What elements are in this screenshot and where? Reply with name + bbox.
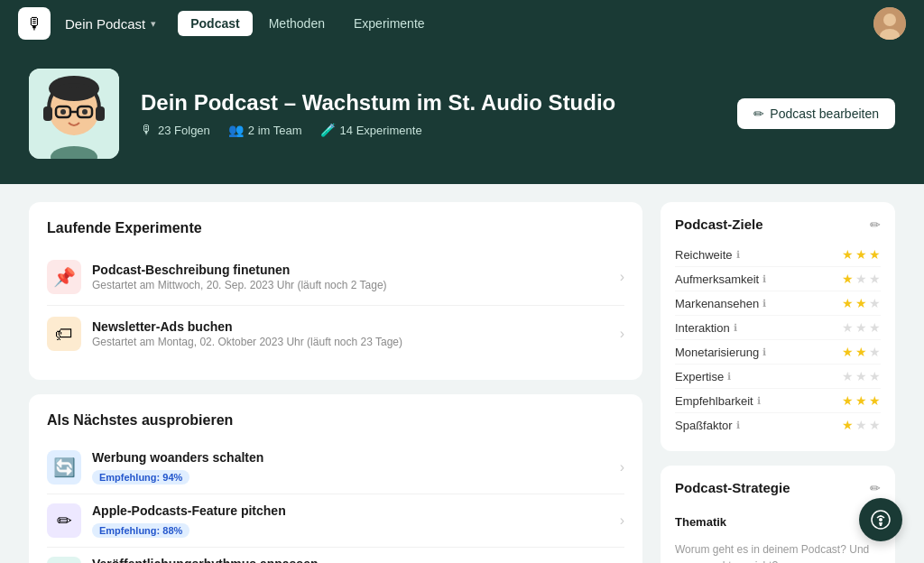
empty-star[interactable]: ★ xyxy=(869,296,881,310)
experiment-text-0: Podcast-Beschreibung finetunen Gestartet… xyxy=(92,263,609,291)
filled-star[interactable]: ★ xyxy=(869,393,881,408)
meta-team: 👥 2 im Team xyxy=(228,123,302,137)
filled-star[interactable]: ★ xyxy=(842,345,854,359)
goal-row: Aufmerksamkeit ℹ★★★ xyxy=(675,267,881,291)
experiment-icon-0: 📌 xyxy=(47,260,81,294)
next-text-2: Veröffentlichungsrhythmus anpassen Empfe… xyxy=(92,557,609,563)
next-text-1: Apple-Podcasts-Feature pitchen Empfehlun… xyxy=(92,503,609,538)
hero-section: Dein Podcast – Wachstum im St. Audio Stu… xyxy=(0,47,924,184)
empty-star[interactable]: ★ xyxy=(869,320,881,335)
goal-label: Reichweite ℹ xyxy=(675,248,740,262)
filled-star[interactable]: ★ xyxy=(869,247,881,262)
next-item-2[interactable]: 📅 Veröffentlichungsrhythmus anpassen Emp… xyxy=(47,548,624,563)
filled-star[interactable]: ★ xyxy=(842,272,854,286)
goal-label: Aufmerksamkeit ℹ xyxy=(675,272,766,286)
fab-button[interactable] xyxy=(859,498,902,541)
filled-star[interactable]: ★ xyxy=(855,296,867,310)
filled-star[interactable]: ★ xyxy=(855,345,867,359)
svg-point-16 xyxy=(879,518,882,521)
goal-info-icon: ℹ xyxy=(762,346,766,358)
goal-row: Monetarisierung ℹ★★★ xyxy=(675,340,881,365)
goal-info-icon: ℹ xyxy=(727,371,731,383)
goals-edit-icon[interactable]: ✏ xyxy=(870,217,881,232)
goal-label: Spaßfaktor ℹ xyxy=(675,419,740,432)
empty-star[interactable]: ★ xyxy=(855,320,867,335)
podcast-ziele-card: Podcast-Ziele ✏ Reichweite ℹ★★★Aufmerksa… xyxy=(661,202,895,451)
accordion-content: Worum geht es in deinem Podcast? Und wor… xyxy=(675,538,881,563)
filled-star[interactable]: ★ xyxy=(855,393,867,408)
badge-0: Empfehlung: 94% xyxy=(92,470,189,485)
goal-info-icon: ℹ xyxy=(734,322,737,334)
laufende-experimente-title: Laufende Experimente xyxy=(47,220,624,236)
next-item-1[interactable]: ✏ Apple-Podcasts-Feature pitchen Empfehl… xyxy=(47,494,624,548)
experiment-item-0[interactable]: 📌 Podcast-Beschreibung finetunen Gestart… xyxy=(47,249,624,306)
hero-meta: 🎙 23 Folgen 👥 2 im Team 🧪 14 Experimente xyxy=(141,123,716,137)
stars[interactable]: ★★★ xyxy=(842,345,881,359)
svg-point-10 xyxy=(82,109,88,115)
als-naechstes-title: Als Nächstes ausprobieren xyxy=(47,412,624,429)
filled-star[interactable]: ★ xyxy=(842,247,854,262)
next-text-0: Werbung woanders schalten Empfehlung: 94… xyxy=(92,450,609,485)
microphone-icon: 🎙 xyxy=(141,123,153,137)
filled-star[interactable]: ★ xyxy=(855,247,867,262)
laufende-experimente-card: Laufende Experimente 📌 Podcast-Beschreib… xyxy=(29,202,642,380)
team-icon: 👥 xyxy=(228,123,244,137)
header-nav: Podcast Methoden Experimente xyxy=(178,11,437,36)
filled-star[interactable]: ★ xyxy=(842,418,854,432)
empty-star[interactable]: ★ xyxy=(869,369,881,383)
header-podcast-name[interactable]: Dein Podcast ▾ xyxy=(65,16,156,32)
svg-point-1 xyxy=(883,14,896,26)
empty-star[interactable]: ★ xyxy=(869,272,881,286)
goal-label: Empfehlbarkeit ℹ xyxy=(675,394,761,408)
avatar[interactable] xyxy=(873,7,906,40)
filled-star[interactable]: ★ xyxy=(842,296,854,310)
meta-experimente: 🧪 14 Experimente xyxy=(320,123,422,137)
experiments-icon: 🧪 xyxy=(320,123,336,137)
goal-label: Markenansehen ℹ xyxy=(675,297,766,310)
stars[interactable]: ★★★ xyxy=(842,418,881,432)
nav-item-podcast[interactable]: Podcast xyxy=(178,11,252,36)
strategy-sections: Thematik∧Worum geht es in deinem Podcast… xyxy=(675,506,881,563)
goal-info-icon: ℹ xyxy=(736,420,740,431)
empty-star[interactable]: ★ xyxy=(855,369,867,383)
chevron-right-icon: › xyxy=(620,269,624,285)
edit-podcast-button[interactable]: ✏ Podcast bearbeiten xyxy=(737,98,895,129)
empty-star[interactable]: ★ xyxy=(869,345,881,359)
right-column: Podcast-Ziele ✏ Reichweite ℹ★★★Aufmerksa… xyxy=(661,202,895,563)
header-logo: 🎙 xyxy=(18,7,51,40)
hero-info: Dein Podcast – Wachstum im St. Audio Stu… xyxy=(141,90,716,137)
empty-star[interactable]: ★ xyxy=(855,272,867,286)
edit-icon: ✏ xyxy=(753,106,764,121)
accordion-label: Thematik xyxy=(675,515,726,529)
empty-star[interactable]: ★ xyxy=(855,418,867,432)
chevron-right-icon: › xyxy=(620,512,624,529)
empty-star[interactable]: ★ xyxy=(842,320,854,335)
nav-item-methoden[interactable]: Methoden xyxy=(256,11,337,36)
accordion-header[interactable]: Thematik∧ xyxy=(675,506,881,538)
filled-star[interactable]: ★ xyxy=(842,393,854,408)
experiment-icon-1: 🏷 xyxy=(47,317,81,351)
goal-info-icon: ℹ xyxy=(757,395,761,407)
stars[interactable]: ★★★ xyxy=(842,296,881,310)
goal-row: Spaßfaktor ℹ★★★ xyxy=(675,413,881,437)
goal-info-icon: ℹ xyxy=(762,273,766,285)
header: 🎙 Dein Podcast ▾ Podcast Methoden Experi… xyxy=(0,0,924,47)
strategy-header: Podcast-Strategie ✏ xyxy=(675,480,881,495)
stars[interactable]: ★★★ xyxy=(842,247,881,262)
badge-1: Empfehlung: 88% xyxy=(92,523,189,538)
left-column: Laufende Experimente 📌 Podcast-Beschreib… xyxy=(29,202,642,563)
strategy-edit-icon[interactable]: ✏ xyxy=(870,481,881,495)
stars[interactable]: ★★★ xyxy=(842,369,881,383)
stars[interactable]: ★★★ xyxy=(842,320,881,335)
stars[interactable]: ★★★ xyxy=(842,272,881,286)
meta-folgen: 🎙 23 Folgen xyxy=(141,123,210,137)
nav-item-experimente[interactable]: Experimente xyxy=(341,11,438,36)
stars[interactable]: ★★★ xyxy=(842,393,881,408)
empty-star[interactable]: ★ xyxy=(869,418,881,432)
empty-star[interactable]: ★ xyxy=(842,369,854,383)
svg-rect-11 xyxy=(43,106,52,121)
experiment-text-1: Newsletter-Ads buchen Gestartet am Monta… xyxy=(92,319,609,348)
experiment-item-1[interactable]: 🏷 Newsletter-Ads buchen Gestartet am Mon… xyxy=(47,306,624,362)
svg-rect-12 xyxy=(96,106,105,121)
next-item-0[interactable]: 🔄 Werbung woanders schalten Empfehlung: … xyxy=(47,441,624,494)
